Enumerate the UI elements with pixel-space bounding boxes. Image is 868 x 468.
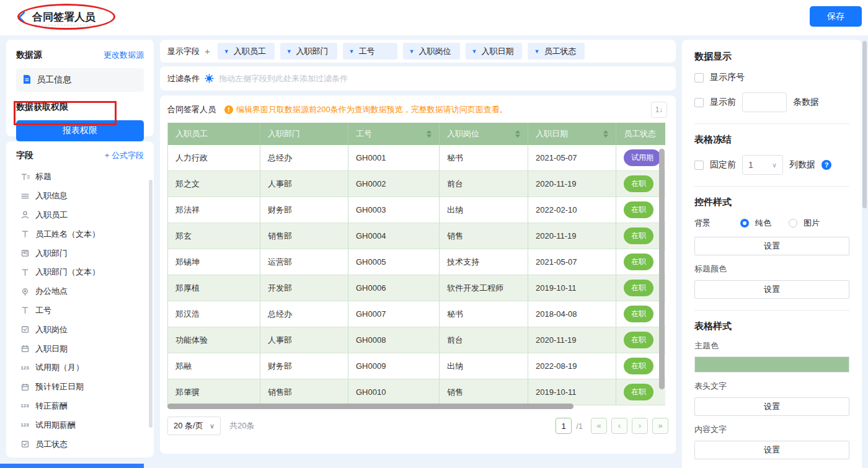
field-item[interactable]: 办公地点: [16, 282, 144, 301]
show-index-checkbox[interactable]: [694, 73, 704, 82]
display-field-chip[interactable]: ▼入职部门: [280, 43, 337, 60]
back-icon[interactable]: [16, 10, 30, 25]
table-cell: 人事部: [260, 327, 348, 353]
table-cell: 2020-11-19: [528, 327, 616, 353]
field-item[interactable]: 入职部门（文本）: [16, 263, 144, 282]
field-item[interactable]: 工号: [16, 301, 144, 320]
last-page-button[interactable]: »: [652, 418, 668, 434]
background-label: 背景: [694, 218, 711, 229]
field-item[interactable]: 员工姓名（文本）: [16, 224, 144, 244]
field-item[interactable]: 标题: [16, 167, 144, 187]
chevron-down-icon: ∨: [210, 422, 215, 430]
field-item[interactable]: 入职员工: [16, 206, 144, 225]
datasource-item[interactable]: 员工信息: [16, 68, 144, 92]
content-text-set-button[interactable]: 设置: [694, 441, 849, 459]
chevron-down-icon: ∨: [772, 161, 777, 169]
display-field-chip[interactable]: ▼员工状态: [528, 43, 585, 60]
field-item[interactable]: 123试用期薪酬: [16, 415, 144, 435]
field-item[interactable]: 入职信息: [16, 187, 144, 206]
sort-arrows-icon[interactable]: [515, 130, 520, 138]
display-field-chip[interactable]: ▼入职日期: [466, 43, 523, 60]
table-row: 功能体验人事部GH0008前台2020-11-19在职: [167, 327, 665, 353]
column-header[interactable]: 入职部门: [260, 123, 348, 145]
number-icon: 123: [20, 365, 30, 371]
field-item-label: 试用期（月）: [35, 362, 84, 373]
sort-arrows-icon[interactable]: [427, 130, 432, 138]
datasource-panel: 数据源 更改数据源 员工信息 数据获取权限 报表权限: [6, 40, 154, 136]
header-text-set-button[interactable]: 设置: [694, 397, 849, 416]
freeze-checkbox[interactable]: [694, 161, 704, 170]
horizontal-scroll-indicator[interactable]: [0, 464, 144, 468]
prev-page-button[interactable]: ‹: [611, 418, 627, 434]
help-icon[interactable]: ?: [822, 160, 831, 170]
table-cell: 郑汉浩: [167, 301, 260, 327]
settings-panel: 数据显示 显示序号 显示前 条数据 表格冻结 固定前 1 ∨ 列数据 ? 控件样…: [682, 40, 862, 468]
table-cell: GH0010: [348, 379, 440, 405]
column-header[interactable]: 工号: [348, 123, 440, 145]
table-horizontal-scrollbar[interactable]: [167, 404, 574, 409]
display-field-chip[interactable]: ▼入职员工: [218, 43, 275, 60]
status-badge: 在职: [624, 201, 653, 218]
table-cell: 2018-04-08: [528, 301, 616, 327]
next-page-button[interactable]: ›: [632, 418, 648, 434]
show-first-checkbox[interactable]: [694, 98, 704, 107]
add-formula-field-link[interactable]: + 公式字段: [105, 150, 144, 161]
first-page-button[interactable]: «: [591, 418, 607, 434]
report-permission-button[interactable]: 报表权限: [16, 120, 144, 141]
field-item-label: 工号: [35, 305, 51, 316]
person-icon: [20, 210, 30, 219]
show-index-label: 显示序号: [710, 72, 745, 83]
theme-color-label: 主题色: [694, 340, 849, 351]
table-vertical-scrollbar[interactable]: [659, 149, 665, 389]
table-row: 郑玄销售部GH0004销售2020-11-19在职: [167, 223, 665, 249]
field-item[interactable]: 入职岗位: [16, 320, 144, 339]
table-cell: 软件开发工程师: [440, 275, 528, 301]
field-item-label: 入职信息: [35, 190, 68, 201]
column-header-label: 入职部门: [268, 128, 300, 139]
filter-bar: 过滤条件 拖动左侧字段到此处来添加过滤条件: [160, 66, 676, 91]
rows-count-input[interactable]: [742, 92, 787, 112]
field-item[interactable]: 123试用期（月）: [16, 358, 144, 377]
table-cell: 总经办: [260, 301, 348, 327]
table-cell: 秘书: [440, 301, 528, 327]
fields-scrollbar[interactable]: [149, 180, 153, 428]
sort-arrows-icon[interactable]: [603, 130, 608, 138]
column-header[interactable]: 入职岗位: [440, 123, 528, 145]
status-badge: 在职: [624, 227, 653, 244]
change-datasource-link[interactable]: 更改数据源: [104, 50, 144, 61]
field-item[interactable]: 员工状态: [16, 435, 144, 454]
display-field-chip[interactable]: ▼工号: [343, 43, 397, 60]
field-item[interactable]: 入职部门: [16, 244, 144, 263]
current-page-input[interactable]: 1: [556, 418, 572, 434]
sort-order-icon[interactable]: 1↓: [651, 102, 667, 118]
page-title[interactable]: 合同签署人员: [32, 10, 95, 24]
theme-color-swatch[interactable]: [694, 356, 849, 373]
settings-scrollbar[interactable]: [862, 41, 867, 208]
field-item[interactable]: 预计转正日期: [16, 377, 144, 397]
field-item[interactable]: 入职日期: [16, 339, 144, 358]
column-header[interactable]: 员工状态: [616, 123, 665, 145]
field-item[interactable]: 123转正薪酬: [16, 397, 144, 416]
save-button[interactable]: 保存: [810, 6, 862, 27]
field-item-label: 办公地点: [35, 286, 68, 297]
gear-icon[interactable]: [205, 74, 214, 83]
preview-warning: ! 编辑界面只取数据源前200条作为查询数据预览，完整数据请访问页面查看。: [224, 104, 508, 115]
solid-color-radio[interactable]: [740, 219, 749, 227]
freeze-cols-select[interactable]: 1 ∨: [742, 155, 783, 175]
column-header[interactable]: 入职日期: [528, 123, 616, 145]
add-display-field-button[interactable]: +: [205, 46, 210, 56]
page-size-select[interactable]: 20 条/页 ∨: [167, 417, 221, 435]
image-radio[interactable]: [789, 219, 797, 227]
background-set-button[interactable]: 设置: [694, 237, 849, 255]
column-header[interactable]: 入职员工: [167, 123, 260, 145]
display-field-chip[interactable]: ▼入职岗位: [403, 43, 460, 60]
title-color-set-button[interactable]: 设置: [694, 280, 849, 299]
caret-down-icon: ▼: [349, 48, 355, 55]
table-cell: 在职: [616, 223, 665, 249]
caret-down-icon: ▼: [409, 48, 415, 55]
field-item-label: 入职部门（文本）: [35, 267, 100, 278]
content-text-label: 内容文字: [694, 424, 849, 435]
chip-label: 入职日期: [481, 46, 513, 57]
table-cell: 销售: [440, 379, 528, 405]
status-badge: 在职: [624, 306, 653, 322]
